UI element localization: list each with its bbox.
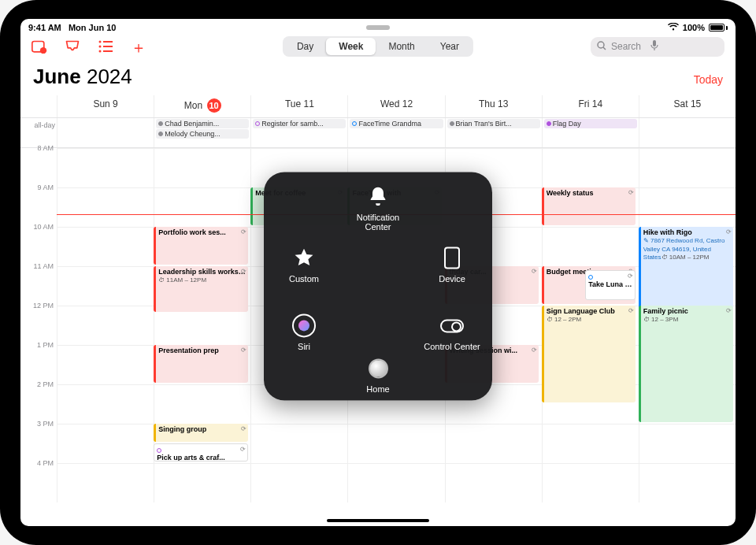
svg-rect-10 xyxy=(653,40,656,46)
svg-line-9 xyxy=(603,47,606,50)
status-time: 9:41 AM xyxy=(28,23,61,32)
home-indicator[interactable] xyxy=(327,519,429,522)
at-label: Custom xyxy=(269,274,339,284)
calendar-icon[interactable] xyxy=(32,39,47,54)
tab-day[interactable]: Day xyxy=(284,38,326,55)
device-icon xyxy=(439,244,465,271)
recur-icon: ⟳ xyxy=(628,272,633,280)
recur-icon: ⟳ xyxy=(726,307,732,314)
event-dot-icon xyxy=(255,121,260,126)
hour-label: 9 AM xyxy=(37,184,54,191)
allday-event[interactable]: Brian Tran's Birt... xyxy=(447,119,540,128)
calendar-event[interactable]: Pick up arts & craf...⟳ xyxy=(154,443,248,462)
svg-rect-5 xyxy=(103,46,113,47)
event-dot-icon xyxy=(158,132,163,136)
tab-week[interactable]: Week xyxy=(326,38,376,55)
recur-icon: ⟳ xyxy=(241,268,246,275)
event-dot-icon xyxy=(450,121,454,126)
view-segmented-control: Day Week Month Year xyxy=(283,36,473,57)
bell-icon xyxy=(365,183,391,209)
month-name: June xyxy=(33,65,81,88)
svg-point-1 xyxy=(40,47,46,54)
screen: 9:41 AM Mon Jun 10 100% xyxy=(20,19,736,526)
status-right: 100% xyxy=(668,23,728,32)
recur-icon: ⟳ xyxy=(532,268,537,275)
inbox-icon[interactable] xyxy=(65,39,80,54)
list-icon[interactable] xyxy=(98,39,113,54)
event-dot-icon xyxy=(588,275,593,280)
event-dot-icon xyxy=(158,121,163,126)
calendar-event[interactable]: Presentation prep⟳ xyxy=(154,345,248,383)
calendar-event[interactable]: Leadership skills workshop⏱ 11AM – 12PM⟳ xyxy=(154,266,248,312)
allday-cell[interactable]: FaceTime Grandma xyxy=(347,118,444,147)
battery-icon xyxy=(709,24,728,32)
year: 2024 xyxy=(87,65,132,88)
allday-event[interactable]: Chad Benjamin... xyxy=(156,119,249,128)
time-gutter: 8 AM9 AM10 AM11 AM12 PM1 PM2 PM3 PM4 PM9… xyxy=(20,148,57,502)
at-device[interactable]: Device xyxy=(417,244,487,284)
at-custom[interactable]: Custom xyxy=(269,244,339,284)
allday-event[interactable]: Melody Cheung... xyxy=(156,129,249,139)
allday-cell[interactable]: Register for samb... xyxy=(250,118,347,147)
at-home[interactable]: Home xyxy=(343,354,413,394)
siri-icon xyxy=(291,312,317,339)
calendar-event[interactable]: Family picnic⏱ 12 – 3PM⟳ xyxy=(639,306,733,422)
day-header[interactable]: Tue 11 xyxy=(250,95,347,117)
recur-icon: ⟳ xyxy=(241,347,246,354)
day-header[interactable]: Thu 13 xyxy=(445,95,542,117)
calendar-event[interactable]: Sign Language Club⏱ 12 – 2PM⟳ xyxy=(542,306,636,402)
allday-cell[interactable] xyxy=(639,118,736,147)
svg-point-4 xyxy=(99,46,102,48)
home-icon xyxy=(365,354,391,381)
search-field[interactable]: Search xyxy=(591,37,724,57)
allday-cell[interactable] xyxy=(57,118,154,147)
today-button[interactable]: Today xyxy=(694,73,723,86)
day-header[interactable]: Mon 10 xyxy=(154,95,250,117)
hour-label: 1 PM xyxy=(37,341,54,349)
tab-month[interactable]: Month xyxy=(376,38,427,55)
battery-percent: 100% xyxy=(683,23,705,32)
at-label: Notification Center xyxy=(343,213,413,232)
at-label: Home xyxy=(343,384,413,394)
allday-event[interactable]: Flag Day xyxy=(544,119,637,128)
multitask-handle[interactable] xyxy=(366,25,390,30)
allday-cell[interactable]: Flag Day xyxy=(542,118,639,147)
mic-icon[interactable] xyxy=(650,40,658,54)
hour-label: 12 PM xyxy=(33,302,54,310)
status-left: 9:41 AM Mon Jun 10 xyxy=(28,23,116,32)
hour-label: 11 AM xyxy=(33,262,54,270)
recur-icon: ⟳ xyxy=(240,446,246,453)
day-header[interactable]: Sat 15 xyxy=(639,95,736,117)
calendar-event[interactable]: Singing group⟳ xyxy=(154,424,248,442)
allday-cell[interactable]: Brian Tran's Birt... xyxy=(445,118,542,147)
add-event-button[interactable]: ＋ xyxy=(131,39,146,54)
at-siri[interactable]: Siri xyxy=(269,312,339,351)
day-header[interactable]: Sun 9 xyxy=(57,95,154,117)
recur-icon: ⟳ xyxy=(241,228,246,235)
hour-label: 3 PM xyxy=(37,420,54,428)
calendar-event[interactable]: Take Luna to the vet⟳ xyxy=(585,270,636,300)
search-placeholder: Search xyxy=(611,41,641,52)
day-header[interactable]: Wed 12 xyxy=(347,95,444,117)
recur-icon: ⟳ xyxy=(628,307,634,314)
allday-event[interactable]: Register for samb... xyxy=(253,119,346,128)
at-control-center[interactable]: Control Center xyxy=(417,312,487,351)
hour-label: 2 PM xyxy=(37,380,54,388)
allday-event[interactable]: FaceTime Grandma xyxy=(350,119,443,128)
allday-row: all-day Chad Benjamin...Melody Cheung...… xyxy=(20,118,736,148)
recur-icon: ⟳ xyxy=(628,189,634,196)
tab-year[interactable]: Year xyxy=(428,38,472,55)
allday-cell[interactable]: Chad Benjamin...Melody Cheung... xyxy=(154,118,250,147)
assistivetouch-menu[interactable]: Notification Center Custom Device Siri C… xyxy=(264,172,492,400)
calendar-event[interactable]: Portfolio work ses...⟳ xyxy=(154,227,248,265)
recur-icon: ⟳ xyxy=(532,347,537,354)
day-header[interactable]: Fri 14 xyxy=(542,95,639,117)
at-notification-center[interactable]: Notification Center xyxy=(343,183,413,232)
star-icon xyxy=(291,244,317,271)
calendar-event[interactable]: Weekly status⟳ xyxy=(542,187,636,225)
status-date: Mon Jun 10 xyxy=(69,23,117,32)
at-label: Control Center xyxy=(417,342,487,351)
day-headers: Sun 9Mon 10Tue 11Wed 12Thu 13Fri 14Sat 1… xyxy=(20,95,736,118)
title-row: June 2024 Today xyxy=(20,60,736,95)
svg-rect-3 xyxy=(103,41,113,43)
